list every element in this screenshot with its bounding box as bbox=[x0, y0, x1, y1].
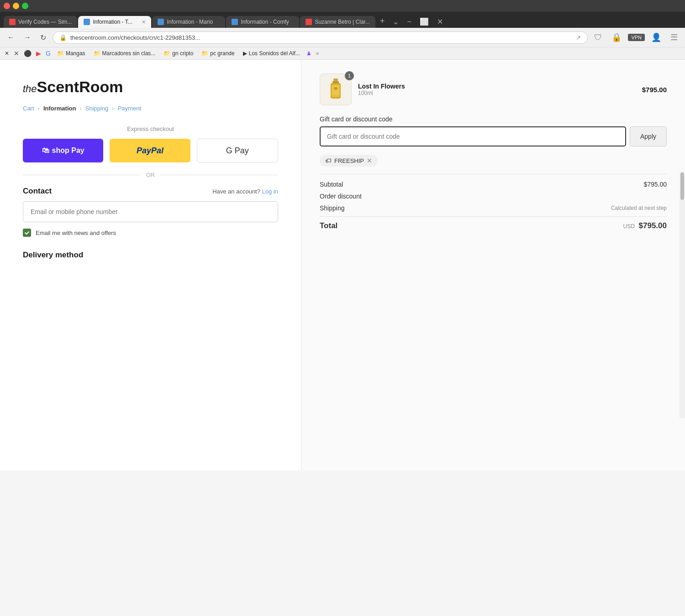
vpn-icon[interactable]: 🔒 bbox=[609, 31, 624, 44]
email-checkbox-label: Email me with news and offers bbox=[36, 230, 116, 236]
minimize-window-btn[interactable] bbox=[13, 3, 19, 9]
tab-information-mario[interactable]: Information - Mario bbox=[152, 16, 225, 28]
scroll-thumb[interactable] bbox=[680, 172, 684, 200]
tab-information-comfy[interactable]: Information - Comfy bbox=[226, 16, 299, 28]
email-checkbox[interactable] bbox=[23, 229, 31, 237]
svg-rect-1 bbox=[332, 81, 339, 83]
shop-pay-button[interactable]: 🛍 shop Pay bbox=[23, 139, 103, 162]
breadcrumb-payment[interactable]: Payment bbox=[118, 105, 141, 112]
discount-code-label: FREESHIP bbox=[334, 157, 364, 164]
product-row: 1 Lost In Flowers 100ml bbox=[320, 73, 667, 105]
tab-label: Information - Mario bbox=[167, 19, 220, 25]
close-window-btn[interactable] bbox=[4, 3, 10, 9]
or-divider: OR bbox=[23, 172, 278, 178]
remove-discount-button[interactable]: ✕ bbox=[367, 157, 372, 164]
minimize-btn[interactable]: − bbox=[403, 16, 415, 28]
site-logo: theScentRoom bbox=[23, 78, 278, 96]
forward-btn[interactable]: → bbox=[21, 31, 34, 43]
tab-favicon bbox=[232, 19, 238, 25]
gpay-button[interactable]: G Pay bbox=[197, 139, 278, 162]
tab-favicon bbox=[306, 19, 312, 25]
login-link[interactable]: Log in bbox=[262, 188, 278, 195]
bookmark-gn-cripto[interactable]: 📁 gn cripto bbox=[162, 49, 195, 57]
tab-label: Information - Comfy bbox=[241, 19, 294, 25]
discount-code-input[interactable] bbox=[320, 126, 626, 146]
tab-verify-codes[interactable]: Verify Codes — Sim... bbox=[4, 16, 77, 28]
logo-name: ScentRoom bbox=[37, 78, 123, 95]
shipping-label: Shipping bbox=[320, 204, 345, 212]
page-content: theScentRoom Cart › Information › Shippi… bbox=[0, 60, 685, 470]
tab-close-btn[interactable]: ✕ bbox=[142, 19, 146, 25]
tab-favicon bbox=[158, 19, 164, 25]
bookmark-circle: ⚫ bbox=[24, 50, 32, 57]
applied-discount-tag: 🏷 FREESHIP ✕ bbox=[320, 155, 378, 167]
browser-window: Verify Codes — Sim... Information - T...… bbox=[0, 0, 685, 59]
subtotal-row: Subtotal $795.00 bbox=[320, 181, 667, 188]
reload-btn[interactable]: ↻ bbox=[37, 31, 49, 44]
address-bar[interactable]: 🔒 thescentroom.com/checkouts/cn/c1-229d8… bbox=[53, 31, 588, 44]
bookmark-label: gn cripto bbox=[172, 50, 193, 57]
checkmark-icon bbox=[24, 230, 30, 235]
product-variant: 100ml bbox=[358, 90, 636, 96]
bookmark-youtube2[interactable]: ▶ Los Sonidos del Alf... bbox=[241, 49, 302, 57]
share-icon: ↗ bbox=[576, 34, 581, 41]
bookmark-label: Los Sonidos del Alf... bbox=[249, 50, 300, 57]
bookmarks-more[interactable]: » bbox=[316, 50, 319, 57]
folder-icon: 📁 bbox=[94, 50, 100, 57]
shipping-row: Shipping Calculated at next step bbox=[320, 204, 667, 212]
folder-icon: 📁 bbox=[57, 50, 64, 57]
bookmark-pc-grande[interactable]: 📁 pc grande bbox=[200, 49, 236, 57]
profile-icon[interactable]: 👤 bbox=[648, 31, 664, 44]
close-btn[interactable]: ✕ bbox=[433, 16, 447, 28]
discount-input-row: Apply bbox=[320, 126, 667, 146]
have-account-text: Have an account? Log in bbox=[212, 188, 278, 195]
delivery-method-title: Delivery method bbox=[23, 251, 278, 260]
url-text: thescentroom.com/checkouts/cn/c1-229d813… bbox=[70, 34, 572, 41]
restore-btn[interactable]: ⬜ bbox=[416, 16, 432, 28]
email-phone-input[interactable] bbox=[23, 201, 278, 222]
bookmark-marcadores[interactable]: 📁 Marcadores sin clas... bbox=[92, 49, 158, 57]
total-currency: USD bbox=[623, 223, 634, 230]
browser-toolbar bbox=[0, 0, 685, 12]
tab-list-btn[interactable]: ⌄ bbox=[389, 16, 402, 28]
paypal-label: PayPal bbox=[137, 146, 163, 156]
vpn-label[interactable]: VPN bbox=[628, 34, 645, 41]
tab-label: Suzanne Betro | Clar... bbox=[315, 19, 370, 25]
breadcrumb-cart[interactable]: Cart bbox=[23, 105, 34, 112]
product-image-wrap: 1 bbox=[320, 73, 352, 105]
tab-favicon bbox=[84, 19, 90, 25]
tabs-bar: Verify Codes — Sim... Information - T...… bbox=[0, 12, 685, 28]
contact-title: Contact bbox=[23, 187, 52, 196]
checkout-left-panel: theScentRoom Cart › Information › Shippi… bbox=[0, 60, 301, 470]
twitch-icon: ♟ bbox=[306, 50, 311, 57]
product-name: Lost In Flowers bbox=[358, 83, 636, 90]
social-icon-x: ✕ bbox=[14, 50, 19, 57]
folder-icon: 📁 bbox=[163, 50, 170, 57]
bookmark-google: G bbox=[46, 50, 51, 57]
paypal-button[interactable]: PayPal bbox=[110, 139, 190, 162]
apply-discount-button[interactable]: Apply bbox=[630, 126, 667, 146]
breadcrumb-sep2: › bbox=[79, 105, 81, 112]
bookmark-icon: ✕ bbox=[5, 50, 9, 57]
bookmark-label: pc grande bbox=[210, 50, 234, 57]
menu-icon[interactable]: ☰ bbox=[668, 31, 680, 44]
back-btn[interactable]: ← bbox=[5, 31, 17, 43]
subtotal-value: $795.00 bbox=[643, 181, 667, 188]
breadcrumb: Cart › Information › Shipping › Payment bbox=[23, 105, 278, 112]
subtotal-label: Subtotal bbox=[320, 181, 343, 188]
svg-rect-6 bbox=[334, 89, 337, 90]
tab-label: Verify Codes — Sim... bbox=[18, 19, 72, 25]
tab-information-t[interactable]: Information - T... ✕ bbox=[78, 16, 151, 28]
order-summary: Subtotal $795.00 Order discount Shipping… bbox=[320, 174, 667, 230]
maximize-window-btn[interactable] bbox=[22, 3, 28, 9]
new-tab-button[interactable]: + bbox=[376, 15, 389, 28]
svg-rect-4 bbox=[332, 86, 339, 95]
breadcrumb-sep3: › bbox=[112, 105, 114, 112]
contact-section-header: Contact Have an account? Log in bbox=[23, 187, 278, 196]
tab-suzanne-betro[interactable]: Suzanne Betro | Clar... bbox=[300, 16, 375, 28]
svg-rect-0 bbox=[333, 78, 338, 81]
scrollbar[interactable] bbox=[680, 172, 685, 418]
bookmark-mangas[interactable]: 📁 Mangas bbox=[55, 49, 87, 57]
breadcrumb-shipping[interactable]: Shipping bbox=[85, 105, 109, 112]
discount-section: Gift card or discount code Apply bbox=[320, 115, 667, 146]
